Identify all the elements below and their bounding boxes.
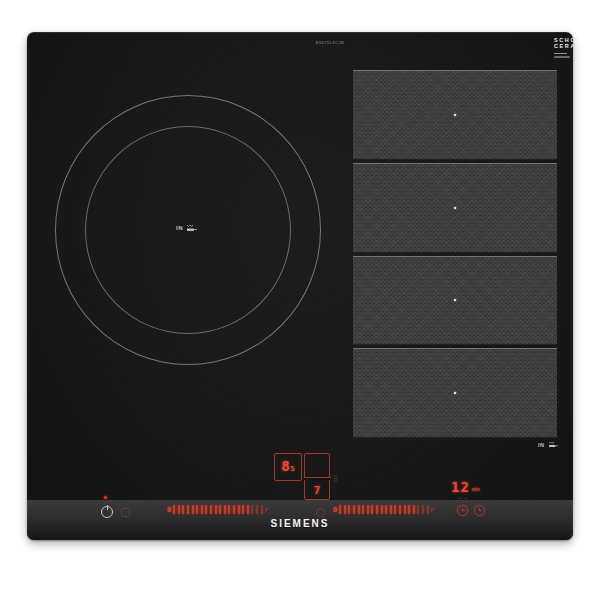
slider-boost-label: P (431, 506, 435, 513)
pan-detection-dot (454, 114, 456, 116)
schott-ceran-logo: SCHOTT CERAN® (554, 37, 573, 58)
power-level-half-step: 5 (291, 466, 295, 473)
model-number-label: EX675LXC1E (270, 40, 390, 45)
cooking-timer-icon[interactable] (474, 505, 485, 516)
left-zone-marking: IN (176, 224, 197, 232)
pan-detection-dot (454, 299, 456, 301)
flex-zone-marking: IN (538, 441, 558, 448)
slider-zero-label: 0 (333, 506, 337, 514)
timer-value: 12 (451, 480, 470, 494)
flex-zone-power-slider[interactable]: 0 P (333, 503, 433, 516)
slider-zero-label: 0 (167, 506, 171, 514)
slider-bars (339, 505, 428, 514)
flex-segment (353, 163, 557, 253)
induction-pan-icon (186, 224, 197, 232)
schott-logo-subtext (554, 56, 570, 58)
slider-bars (173, 505, 262, 514)
flex-segment (353, 70, 557, 160)
flex-segment (353, 348, 557, 438)
timer-clock-icon[interactable] (457, 505, 468, 516)
timer-display: 12 min (451, 480, 480, 494)
power-level-display[interactable]: ··· 8 5 (274, 453, 302, 481)
timer-unit-label: min (472, 487, 480, 492)
power-level-value: 8 (281, 459, 289, 473)
product-photo: EX675LXC1E SCHOTT CERAN® IN IN (0, 0, 600, 600)
siemens-logo: SIEMENS (27, 518, 573, 529)
flex-display-bottom-value: 7 (305, 485, 329, 496)
slider-boost-label: P (265, 506, 269, 513)
flex-move-icon[interactable] (316, 508, 325, 517)
schott-logo-rule (554, 53, 567, 54)
induction-hob: EX675LXC1E SCHOTT CERAN® IN IN (27, 32, 573, 540)
status-led-dot (104, 496, 107, 499)
power-button[interactable] (101, 506, 113, 518)
induction-in-label: IN (538, 442, 545, 448)
flex-display-divider (304, 477, 331, 480)
pan-detection-dot (454, 207, 456, 209)
flex-zone-display[interactable]: 7 (304, 453, 330, 500)
induction-pan-icon (548, 441, 558, 448)
schott-logo-line2: CERAN® (554, 43, 573, 49)
aux-level-indicator: 8 (333, 475, 338, 484)
flex-segment (353, 256, 557, 346)
pan-detection-dot (454, 392, 456, 394)
flex-zone (353, 70, 557, 438)
induction-in-label: IN (176, 225, 183, 231)
left-zone-power-slider[interactable]: 0 P (167, 503, 273, 516)
child-lock-icon[interactable] (121, 508, 130, 517)
